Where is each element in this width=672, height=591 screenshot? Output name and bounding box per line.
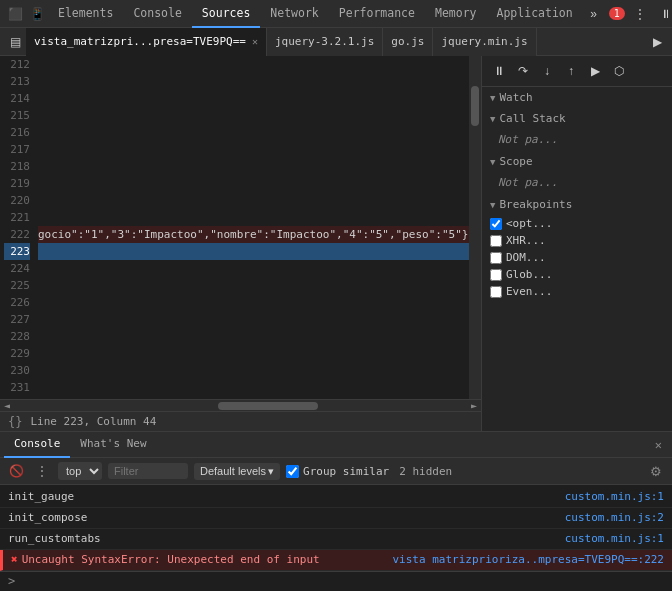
code-line-222: gocio":"1","3":"Impactoo","nombre":"Impa… [38, 226, 469, 243]
breakpoint-check-4[interactable] [490, 286, 502, 298]
scope-label: Scope [499, 155, 532, 168]
group-similar-checkbox[interactable] [286, 465, 299, 478]
deactivate-btn[interactable]: ⬡ [608, 60, 630, 82]
file-tab-3-label: jquery.min.js [441, 35, 527, 48]
file-tab-1[interactable]: jquery-3.2.1.js [267, 28, 383, 56]
console-source-0[interactable]: custom.min.js:1 [565, 489, 664, 505]
step-over-btn[interactable]: ↷ [512, 60, 534, 82]
context-select[interactable]: top [58, 462, 102, 480]
breakpoint-check-3[interactable] [490, 269, 502, 281]
breakpoint-item-3[interactable]: Glob... [482, 266, 672, 283]
close-bottom-panel[interactable]: ✕ [649, 438, 668, 452]
code-line-216 [38, 124, 469, 141]
line-col-status: Line 223, Column 44 [30, 415, 156, 428]
code-scroll[interactable]: 212 213 214 215 216 217 218 219 220 221 … [0, 56, 481, 399]
pause-resume-btn[interactable]: ⏸ [488, 60, 510, 82]
line-num-223: 223 [4, 243, 30, 260]
tab-sources[interactable]: Sources [192, 0, 260, 28]
tab-application[interactable]: Application [487, 0, 583, 28]
breakpoint-label-0: <opt... [506, 217, 552, 230]
console-more-button[interactable]: ⋮ [32, 461, 52, 481]
tab-performance[interactable]: Performance [329, 0, 425, 28]
filter-input[interactable] [108, 463, 188, 479]
code-line-212 [38, 56, 469, 73]
console-tab[interactable]: Console [4, 432, 70, 458]
breakpoint-check-0[interactable] [490, 218, 502, 230]
settings-button[interactable]: ⋮ [629, 3, 651, 25]
scope-content: Not pa... [482, 172, 672, 194]
file-tab-2[interactable]: go.js [383, 28, 433, 56]
tab-network[interactable]: Network [260, 0, 328, 28]
console-source-1[interactable]: custom.min.js:2 [565, 510, 664, 526]
line-num-212: 212 [4, 56, 30, 73]
breakpoint-item-4[interactable]: Even... [482, 283, 672, 300]
watch-header[interactable]: ▼ Watch [482, 87, 672, 108]
more-tabs-button[interactable]: » [583, 3, 605, 25]
whatsnew-tab[interactable]: What's New [70, 432, 156, 458]
levels-button[interactable]: Default levels ▾ [194, 463, 280, 480]
tab-elements[interactable]: Elements [48, 0, 123, 28]
collapse-sidebar-button[interactable]: ▤ [4, 31, 26, 53]
error-icon-3: ✖ [11, 552, 18, 568]
code-line-229 [38, 345, 469, 362]
call-stack-header[interactable]: ▼ Call Stack [482, 108, 672, 129]
h-scrollbar-track [18, 402, 463, 410]
console-settings-button[interactable]: ⚙ [646, 461, 666, 481]
debugger-controls: ⏸ ↷ ↓ ↑ ▶ ⬡ [482, 56, 672, 87]
console-input[interactable] [21, 575, 664, 588]
device-icon[interactable]: 📱 [26, 3, 48, 25]
file-tab-3[interactable]: jquery.min.js [433, 28, 536, 56]
console-source-3[interactable]: vista matrizprioriza..mpresa=TVE9PQ==:22… [392, 552, 664, 568]
add-tab-button[interactable]: ▶ [646, 31, 668, 53]
scroll-right-arrow[interactable]: ► [467, 400, 481, 411]
line-num-225: 225 [4, 277, 30, 294]
inspect-icon[interactable]: ⬛ [4, 3, 26, 25]
format-icon[interactable]: {} [8, 415, 22, 429]
line-num-214: 214 [4, 90, 30, 107]
breakpoint-label-3: Glob... [506, 268, 552, 281]
breakpoint-item-1[interactable]: XHR... [482, 232, 672, 249]
line-num-226: 226 [4, 294, 30, 311]
vertical-scrollbar[interactable] [469, 56, 481, 399]
tab-memory[interactable]: Memory [425, 0, 487, 28]
file-tab-0[interactable]: vista_matrizpri...presa=TVE9PQ== ✕ [26, 28, 267, 56]
scope-header[interactable]: ▼ Scope [482, 151, 672, 172]
code-line-231 [38, 379, 469, 396]
bottom-tabs: Console What's New ✕ [0, 432, 672, 458]
breakpoint-item-0[interactable]: <opt... [482, 215, 672, 232]
breakpoints-header[interactable]: ▼ Breakpoints [482, 194, 672, 215]
line-num-229: 229 [4, 345, 30, 362]
file-tab-2-label: go.js [391, 35, 424, 48]
breakpoint-check-1[interactable] [490, 235, 502, 247]
step-btn[interactable]: ▶ [584, 60, 606, 82]
console-source-2[interactable]: custom.min.js:1 [565, 531, 664, 547]
code-line-225 [38, 277, 469, 294]
code-line-213 [38, 73, 469, 90]
hidden-count: 2 hidden [399, 465, 452, 478]
breakpoints-label: Breakpoints [499, 198, 572, 211]
line-num-228: 228 [4, 328, 30, 345]
code-line-230 [38, 362, 469, 379]
tab-console[interactable]: Console [123, 0, 191, 28]
scroll-left-arrow[interactable]: ◄ [0, 400, 14, 411]
debugger-panel: ⏸ ↷ ↓ ↑ ▶ ⬡ ▼ Watch ▼ Call Stack Not pa.… [482, 56, 672, 431]
levels-label: Default levels [200, 465, 266, 477]
step-into-btn[interactable]: ↓ [536, 60, 558, 82]
line-num-221: 221 [4, 209, 30, 226]
console-row-0: init_gauge custom.min.js:1 [0, 487, 672, 508]
v-scrollbar-thumb [471, 86, 479, 126]
code-line-227 [38, 311, 469, 328]
code-line-222-text: gocio":"1","3":"Impactoo","nombre":"Impa… [38, 226, 469, 243]
file-tab-0-close[interactable]: ✕ [252, 36, 258, 47]
call-stack-content: Not pa... [482, 129, 672, 151]
breakpoint-check-2[interactable] [490, 252, 502, 264]
line-num-216: 216 [4, 124, 30, 141]
watch-label: Watch [499, 91, 532, 104]
file-tab-1-label: jquery-3.2.1.js [275, 35, 374, 48]
horizontal-scrollbar[interactable]: ◄ ► [0, 399, 481, 411]
step-out-btn[interactable]: ↑ [560, 60, 582, 82]
breakpoint-item-2[interactable]: DOM... [482, 249, 672, 266]
pause-button[interactable]: ⏸ [655, 3, 668, 25]
clear-console-button[interactable]: 🚫 [6, 461, 26, 481]
group-similar-label[interactable]: Group similar [286, 465, 389, 478]
